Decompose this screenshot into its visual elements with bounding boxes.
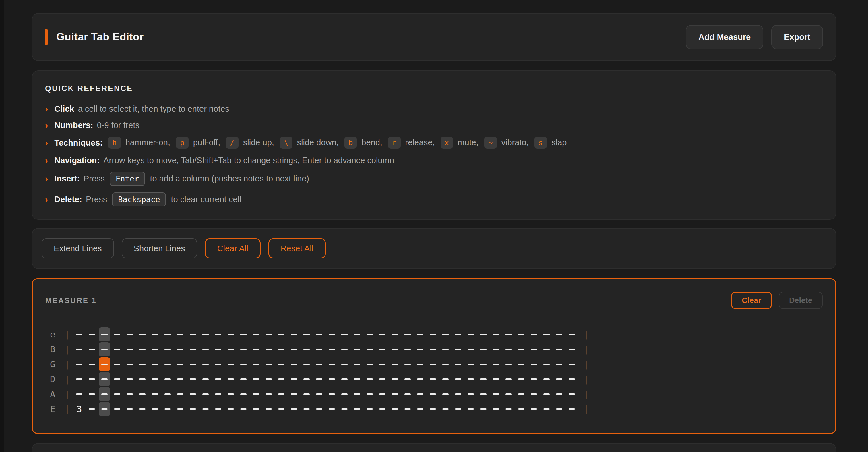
tab-cell[interactable] (200, 342, 211, 356)
tab-cell[interactable] (503, 372, 515, 386)
tab-cell[interactable] (112, 387, 123, 401)
tab-cell[interactable] (149, 372, 161, 386)
tab-cell[interactable] (553, 372, 565, 386)
tab-cell[interactable] (326, 327, 338, 341)
tab-cell[interactable] (149, 342, 161, 356)
tab-cell[interactable] (477, 387, 489, 401)
tab-cell[interactable] (566, 327, 578, 341)
measure-clear-button[interactable]: Clear (731, 292, 772, 309)
tab-cell[interactable] (86, 357, 98, 371)
tab-cell[interactable] (490, 327, 502, 341)
tab-cell[interactable] (276, 372, 287, 386)
tab-cell[interactable] (566, 402, 578, 416)
tab-cell[interactable] (136, 342, 148, 356)
tab-cell[interactable] (250, 387, 262, 401)
tab-cell[interactable] (503, 342, 515, 356)
tab-cell[interactable] (200, 372, 211, 386)
tab-cell[interactable] (516, 327, 527, 341)
tab-cell[interactable] (136, 387, 148, 401)
tab-cell[interactable] (212, 372, 224, 386)
tab-cell[interactable] (250, 372, 262, 386)
tab-cell[interactable] (149, 402, 161, 416)
tab-cell[interactable] (276, 342, 287, 356)
tab-cell[interactable] (541, 387, 552, 401)
shorten-lines-button[interactable]: Shorten Lines (122, 238, 197, 259)
tab-cell[interactable] (212, 342, 224, 356)
tab-cell[interactable] (175, 342, 186, 356)
tab-cell[interactable] (566, 357, 578, 371)
tab-cell[interactable] (238, 327, 249, 341)
tab-cell[interactable] (339, 402, 350, 416)
tab-cell[interactable] (465, 402, 476, 416)
reset-all-button[interactable]: Reset All (268, 238, 326, 259)
tab-cell[interactable] (112, 357, 123, 371)
tab-cell[interactable] (402, 387, 413, 401)
tab-cell[interactable] (124, 342, 135, 356)
tab-cell[interactable] (99, 372, 110, 386)
tab-cell[interactable] (250, 357, 262, 371)
tab-cell[interactable] (225, 402, 237, 416)
tab-cell[interactable] (453, 387, 464, 401)
tab-cell[interactable] (86, 387, 98, 401)
tab-cell[interactable] (225, 372, 237, 386)
tab-cell[interactable] (377, 387, 388, 401)
tab-cell[interactable] (212, 327, 224, 341)
tab-cell[interactable] (175, 372, 186, 386)
tab-cell[interactable] (339, 342, 350, 356)
tab-cell[interactable] (553, 327, 565, 341)
tab-cell[interactable] (339, 372, 350, 386)
tab-cell[interactable] (313, 342, 325, 356)
tab-cell[interactable] (427, 342, 439, 356)
tab-cell[interactable] (339, 387, 350, 401)
tab-cell[interactable] (364, 357, 375, 371)
tab-cell[interactable] (124, 387, 135, 401)
tab-cell[interactable] (86, 327, 98, 341)
tab-cell[interactable] (364, 342, 375, 356)
tab-cell[interactable] (149, 357, 161, 371)
tab-cell[interactable] (414, 357, 426, 371)
tab-cell[interactable] (225, 387, 237, 401)
tab-cell[interactable] (389, 327, 401, 341)
tab-cell[interactable] (313, 402, 325, 416)
tab-cell[interactable] (465, 327, 476, 341)
tab-cell[interactable] (566, 372, 578, 386)
tab-cell[interactable] (238, 372, 249, 386)
tab-cell[interactable] (276, 402, 287, 416)
tab-cell[interactable] (187, 372, 198, 386)
tab-cell[interactable] (553, 357, 565, 371)
tab-cell[interactable] (99, 387, 110, 401)
tab-cell[interactable] (377, 342, 388, 356)
tab-cell[interactable] (477, 357, 489, 371)
tab-cell[interactable] (86, 342, 98, 356)
tab-cell[interactable] (288, 342, 300, 356)
tab-cell[interactable] (516, 357, 527, 371)
tab-cell[interactable] (377, 327, 388, 341)
tab-cell[interactable] (528, 327, 539, 341)
add-measure-button[interactable]: Add Measure (686, 25, 763, 49)
tab-cell[interactable] (99, 402, 110, 416)
tab-cell[interactable] (440, 357, 451, 371)
tab-cell[interactable] (490, 372, 502, 386)
tab-cell[interactable] (313, 372, 325, 386)
tab-cell[interactable] (162, 342, 174, 356)
tab-cell[interactable] (477, 342, 489, 356)
tab-cell[interactable] (477, 372, 489, 386)
tab-cell[interactable] (503, 402, 515, 416)
tab-cell[interactable] (250, 402, 262, 416)
tab-cell[interactable] (187, 357, 198, 371)
tab-cell[interactable] (364, 327, 375, 341)
tab-cell[interactable] (276, 357, 287, 371)
tab-cell[interactable] (440, 342, 451, 356)
tab-cell[interactable] (414, 402, 426, 416)
tab-cell[interactable] (402, 342, 413, 356)
tab-cell[interactable] (212, 402, 224, 416)
tab-cell[interactable] (73, 387, 85, 401)
tab-cell[interactable] (566, 387, 578, 401)
tab-cell[interactable] (238, 402, 249, 416)
tab-cell[interactable] (528, 357, 539, 371)
tab-cell[interactable] (516, 402, 527, 416)
tab-cell[interactable] (162, 372, 174, 386)
tab-cell[interactable] (516, 342, 527, 356)
tab-cell[interactable] (326, 387, 338, 401)
tab-cell[interactable] (124, 372, 135, 386)
